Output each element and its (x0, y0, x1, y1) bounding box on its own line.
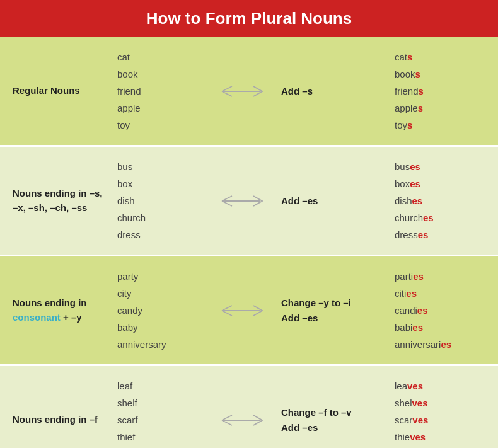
svg-line-1 (222, 86, 232, 91)
plural-word: apples (395, 100, 424, 117)
table-row: Regular Nounscatbookfriendappletoy Add –… (0, 37, 498, 147)
table-row: Nouns ending in –s, –x, –sh, –ch, –ssbus… (0, 147, 498, 256)
singular-word: candy (117, 302, 166, 319)
singular-word: dress (117, 226, 146, 243)
arrow-icon (214, 46, 277, 136)
main-table: Regular Nounscatbookfriendappletoy Add –… (0, 37, 498, 448)
plural-word: buses (395, 158, 434, 175)
svg-line-10 (222, 415, 232, 420)
plural-word: parties (395, 268, 451, 285)
singular-word: calf (117, 445, 138, 448)
plural-words: partiescitiescandiesbabiesanniversaries (391, 265, 492, 355)
rule-instruction: Add –s (277, 46, 391, 136)
plural-words: leavesshelvesscarvesthievescalves (391, 375, 492, 448)
singular-word: leaf (117, 377, 138, 394)
rule-label: Regular Nouns (6, 46, 113, 136)
singular-word: shelf (117, 394, 138, 411)
singular-word: dish (117, 192, 146, 209)
svg-line-5 (222, 201, 232, 206)
singular-words: leafshelfscarfthiefcalf (113, 375, 214, 448)
rule-instruction: Change –f to –vAdd –es (277, 375, 391, 448)
plural-word: candies (395, 302, 451, 319)
plural-word: churches (395, 209, 434, 226)
rule-label: Nouns ending inconsonant + –y (6, 265, 113, 355)
singular-word: box (117, 175, 146, 192)
singular-word: bus (117, 158, 146, 175)
page-wrapper: How to Form Plural Nouns Regular Nounsca… (0, 0, 498, 448)
plural-word: babies (395, 319, 451, 336)
plural-word: thieves (395, 428, 428, 445)
plural-word: calves (395, 445, 428, 448)
rule-instruction: Change –y to –iAdd –es (277, 265, 391, 355)
plural-word: dresses (395, 226, 434, 243)
svg-line-8 (222, 311, 232, 316)
page-title: How to Form Plural Nouns (0, 0, 498, 37)
table-row: Nouns ending inconsonant + –ypartycityca… (0, 256, 498, 366)
singular-word: scarf (117, 411, 138, 428)
plural-word: friends (395, 83, 424, 100)
singular-word: friend (117, 83, 141, 100)
plural-word: books (395, 66, 424, 83)
singular-words: busboxdishchurchdress (113, 156, 214, 246)
singular-word: apple (117, 100, 141, 117)
rule-instruction: Add –es (277, 156, 391, 246)
svg-line-11 (222, 420, 232, 425)
singular-words: partycitycandybabyanniversary (113, 265, 214, 355)
plural-word: cities (395, 285, 451, 302)
plural-word: shelves (395, 394, 428, 411)
plural-words: busesboxesdisheschurchesdresses (391, 156, 492, 246)
svg-line-7 (222, 306, 232, 311)
plural-word: toys (395, 117, 424, 134)
plural-word: boxes (395, 175, 434, 192)
singular-word: anniversary (117, 336, 166, 353)
singular-word: church (117, 209, 146, 226)
arrow-icon (214, 156, 277, 246)
arrow-icon (214, 375, 277, 448)
singular-word: toy (117, 117, 141, 134)
svg-line-4 (222, 196, 232, 201)
rule-label: Nouns ending in –f (6, 375, 113, 448)
plural-words: catsbooksfriendsapplestoys (391, 46, 492, 136)
singular-word: cat (117, 49, 141, 66)
singular-word: thief (117, 428, 138, 445)
singular-word: book (117, 66, 141, 83)
svg-line-2 (222, 91, 232, 96)
rule-label: Nouns ending in –s, –x, –sh, –ch, –ss (6, 156, 113, 246)
singular-word: party (117, 268, 166, 285)
arrow-icon (214, 265, 277, 355)
plural-word: anniversaries (395, 336, 451, 353)
plural-word: cats (395, 49, 424, 66)
plural-word: scarves (395, 411, 428, 428)
singular-word: baby (117, 319, 166, 336)
singular-word: city (117, 285, 166, 302)
plural-word: dishes (395, 192, 434, 209)
plural-word: leaves (395, 377, 428, 394)
singular-words: catbookfriendappletoy (113, 46, 214, 136)
table-row: Nouns ending in –fleafshelfscarfthiefcal… (0, 366, 498, 448)
